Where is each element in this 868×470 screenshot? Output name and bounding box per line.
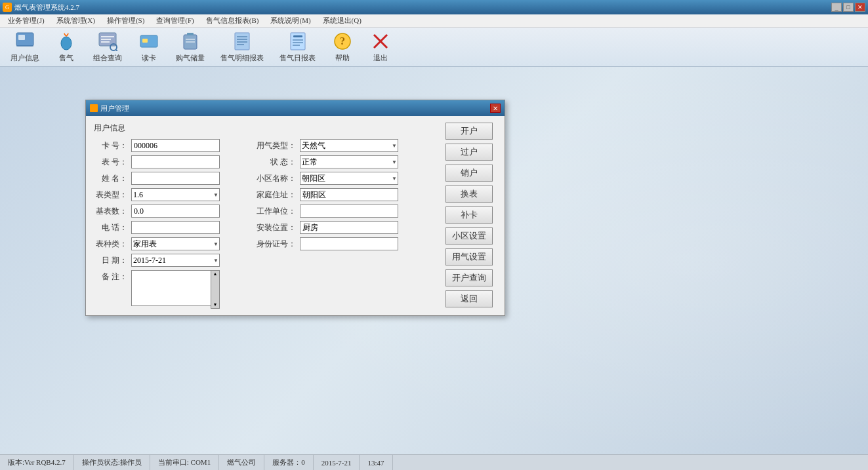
version-text: 版本:Ver RQB4.2.7 <box>8 458 66 467</box>
toolbar-combo-query[interactable]: 组合查询 <box>88 28 127 66</box>
toolbar-gas-storage-label: 购气储量 <box>176 53 205 63</box>
time-text: 13:47 <box>367 459 384 467</box>
work-unit-input[interactable] <box>300 205 398 218</box>
server-text: 服务器：0 <box>272 458 305 467</box>
menu-bar: 业务管理(J) 系统管理(X) 操作管理(S) 查询管理(F) 售气信息报表(B… <box>0 14 868 28</box>
help-icon: ? <box>332 31 353 52</box>
replace-meter-button[interactable]: 换表 <box>445 186 493 203</box>
gas-type-select-wrapper: 天然气 液化气 <box>300 139 398 152</box>
name-row: 姓 名： <box>93 172 243 185</box>
meter-kind-select[interactable]: 家用表 工业表 <box>131 237 220 250</box>
svg-rect-13 <box>187 33 194 35</box>
svg-point-3 <box>61 37 72 50</box>
transfer-account-button[interactable]: 过户 <box>445 144 493 161</box>
meter-type-row: 表类型： 1.6 2.5 4.0 <box>93 188 243 201</box>
phone-input[interactable] <box>131 221 220 234</box>
svg-rect-21 <box>291 33 305 50</box>
main-area: 用户管理 ✕ 用户信息 卡 号： <box>0 67 868 454</box>
section-title: 用户信息 <box>93 123 439 134</box>
community-select[interactable]: 朝阳区 <box>300 172 398 185</box>
toolbar-user-info[interactable]: 用户信息 <box>5 28 45 66</box>
toolbar-gas-storage[interactable]: 购气储量 <box>171 28 210 66</box>
minimize-button[interactable]: _ <box>831 3 842 12</box>
account-query-button[interactable]: 开户查询 <box>445 269 493 286</box>
port-segment: 当前串口: COM1 <box>150 455 219 470</box>
work-unit-row: 工作单位： <box>251 205 409 218</box>
close-button[interactable]: ✕ <box>855 3 865 12</box>
return-button[interactable]: 返回 <box>445 290 493 307</box>
operator-text: 操作员状态:操作员 <box>82 458 142 467</box>
toolbar-gas-day-report[interactable]: 售气日报表 <box>274 28 321 66</box>
date-label: 日 期： <box>93 255 129 266</box>
base-count-label: 基表数： <box>93 206 129 217</box>
dialog-form-area: 用户信息 卡 号： 表 号： <box>93 123 439 309</box>
phone-row: 电 话： <box>93 221 243 234</box>
meter-type-select[interactable]: 1.6 2.5 4.0 <box>131 188 220 201</box>
app-icon: G <box>3 3 12 12</box>
notes-textarea[interactable] <box>131 270 220 306</box>
toolbar-help[interactable]: ? 帮助 <box>326 28 359 66</box>
cancel-account-button[interactable]: 销户 <box>445 165 493 182</box>
base-count-input[interactable] <box>131 205 220 218</box>
status-select[interactable]: 正常 暂停 <box>300 155 398 168</box>
name-input[interactable] <box>131 172 220 185</box>
menu-help[interactable]: 系统说明(M) <box>265 14 316 27</box>
open-account-button[interactable]: 开户 <box>445 123 493 140</box>
menu-gas-report[interactable]: 售气信息报表(B) <box>201 14 264 27</box>
toolbar-gas-day-report-label: 售气日报表 <box>279 53 316 63</box>
community-row: 小区名称： 朝阳区 <box>251 172 409 185</box>
left-column: 卡 号： 表 号： 姓 名： <box>93 139 243 309</box>
toolbar-gas-detail-report-label: 售气明细报表 <box>220 53 264 63</box>
gas-type-label: 用气类型： <box>251 140 297 151</box>
gas-icon <box>56 31 77 52</box>
toolbar-read-card-label: 读卡 <box>142 53 156 63</box>
menu-exit[interactable]: 系统退出(Q) <box>318 14 367 27</box>
install-location-label: 安装位置： <box>251 222 297 233</box>
scrollbar[interactable]: ▲ ▼ <box>211 270 220 309</box>
meter-no-row: 表 号： <box>93 155 243 168</box>
id-card-label: 身份证号： <box>251 239 297 250</box>
user-info-icon <box>14 31 35 52</box>
toolbar-read-card[interactable]: 读卡 <box>133 28 165 66</box>
install-location-input[interactable] <box>300 221 398 234</box>
user-management-dialog: 用户管理 ✕ 用户信息 卡 号： <box>85 100 505 316</box>
time-segment: 13:47 <box>360 455 392 470</box>
meter-kind-label: 表种类： <box>93 239 129 250</box>
svg-text:?: ? <box>340 35 345 47</box>
menu-business[interactable]: 业务管理(J) <box>3 14 50 27</box>
notes-row: 备 注： ▲ ▼ <box>93 270 243 309</box>
date-select-wrapper: 2015-7-21 <box>131 254 220 267</box>
menu-operation[interactable]: 操作管理(S) <box>102 14 150 27</box>
gas-type-select[interactable]: 天然气 液化气 <box>300 139 398 152</box>
card-no-row: 卡 号： <box>93 139 243 152</box>
combo-query-icon <box>97 31 118 52</box>
id-card-input[interactable] <box>300 237 398 250</box>
name-label: 姓 名： <box>93 173 129 184</box>
home-address-input[interactable] <box>300 188 398 201</box>
meter-no-input[interactable] <box>131 155 220 168</box>
toolbar-gas[interactable]: 售气 <box>50 28 83 66</box>
svg-rect-11 <box>142 39 148 43</box>
card-no-input[interactable] <box>131 139 220 152</box>
title-bar: G 燃气表管理系统4.2.7 _ □ ✕ <box>0 0 868 14</box>
dialog-close-button[interactable]: ✕ <box>490 104 501 113</box>
replace-card-button[interactable]: 补卡 <box>445 206 493 224</box>
meter-kind-row: 表种类： 家用表 工业表 <box>93 237 243 250</box>
menu-query[interactable]: 查询管理(F) <box>151 14 199 27</box>
community-label: 小区名称： <box>251 173 297 184</box>
toolbar-gas-label: 售气 <box>59 53 73 63</box>
app-title: 燃气表管理系统4.2.7 <box>14 3 79 12</box>
toolbar-gas-detail-report[interactable]: 售气明细报表 <box>215 28 269 66</box>
maximize-button[interactable]: □ <box>843 3 854 12</box>
toolbar-exit[interactable]: 退出 <box>364 28 397 66</box>
date-select[interactable]: 2015-7-21 <box>131 254 220 267</box>
meter-kind-select-wrapper: 家用表 工业表 <box>131 237 220 250</box>
notes-label: 备 注： <box>93 270 129 283</box>
company-segment: 燃气公司 <box>219 455 264 470</box>
menu-system[interactable]: 系统管理(X) <box>51 14 100 27</box>
company-text: 燃气公司 <box>227 458 256 467</box>
base-count-row: 基表数： <box>93 205 243 218</box>
community-settings-button[interactable]: 小区设置 <box>445 227 493 245</box>
read-card-icon <box>138 31 159 52</box>
gas-settings-button[interactable]: 用气设置 <box>445 248 493 265</box>
